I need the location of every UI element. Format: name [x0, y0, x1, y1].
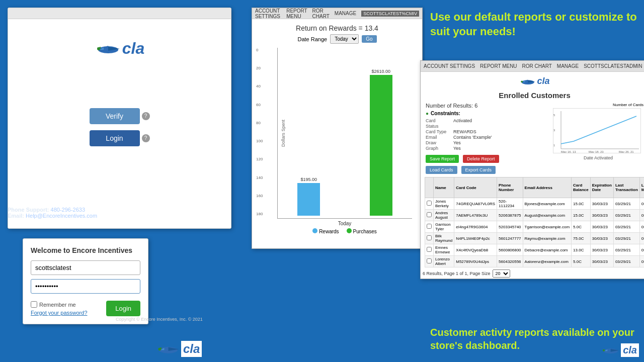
row-balance: 5.0C — [572, 256, 591, 267]
row-checkbox-cell[interactable] — [425, 198, 434, 210]
row-balance: 75.0C — [572, 233, 591, 244]
export-cards-button[interactable]: Export Cards — [461, 166, 496, 174]
table-row: Andres August 7AEMFL4789c3U 5206387875 A… — [425, 210, 645, 221]
row-last-mod: 05/20/21 — [639, 221, 644, 233]
row-email: August@example.com — [523, 210, 571, 221]
nav-user: SCOTTSCLATEST%CMIV — [361, 11, 419, 17]
svg-point-29 — [603, 349, 605, 351]
th-email: Email Address — [523, 177, 571, 198]
login-form-button[interactable]: Login — [106, 301, 140, 316]
row-name: Lorenzo Albert — [434, 256, 454, 267]
verify-help-icon[interactable]: ? — [142, 112, 150, 120]
results-count: Number of Results: 6 — [426, 103, 548, 109]
verify-row: Verify ? — [90, 108, 150, 124]
enrolled-nav-ror[interactable]: ROR CHART — [522, 63, 552, 69]
forgot-password-link[interactable]: Forgot your password? — [31, 310, 88, 316]
email-label: Email: — [8, 213, 24, 219]
delete-report-button[interactable]: Delete Report — [463, 155, 499, 163]
mini-chart-svg: May 16, 13 May 18, 23 May 26, 21 1 3 5 — [553, 109, 641, 153]
bar1-label: $195.00 — [300, 177, 317, 182]
date-range-label: Date Range — [297, 36, 327, 42]
login-help-icon[interactable]: ? — [142, 134, 150, 142]
bar-group-2: $2610.00 — [350, 48, 413, 216]
login-footer: Remember me Forgot your password? Login — [31, 301, 140, 316]
row-email: Debacre@example.com — [523, 244, 571, 256]
row-name: Bilk Raymund — [434, 233, 454, 244]
chart-y-axis: 180 160 140 120 100 80 60 40 20 0 — [256, 48, 276, 219]
date-range-select[interactable]: Today — [330, 34, 359, 44]
verify-button[interactable]: Verify — [90, 108, 140, 124]
nav-account-settings[interactable]: ACCOUNT SETTINGS — [255, 8, 281, 19]
row-last-mod: 05/20/21 — [639, 210, 644, 221]
th-phone: Phone Number — [497, 177, 523, 198]
table-footer: 6 Results, Page 1 of 1, Page Size 20 — [421, 267, 644, 279]
row-name: Emnes Ermewe — [434, 244, 454, 256]
nav-report-menu[interactable]: REPORT MENU — [286, 8, 307, 19]
row-checkbox-cell[interactable] — [425, 233, 434, 244]
titlebar-top — [8, 8, 231, 19]
svg-text:1: 1 — [553, 144, 555, 147]
bar-group-1: $195.00 — [278, 48, 340, 216]
login-buttons-area: Verify ? Login ? — [8, 108, 231, 146]
login-row: Login ? — [90, 130, 150, 146]
enrolled-nav-report[interactable]: REPORT MENU — [480, 63, 517, 69]
table-row: Lorenzo Albert M52789V0U4dJps 5604320556… — [425, 256, 645, 267]
table-row: Garrison Tyler eI4ng47R9G3604 5203345740… — [425, 221, 645, 233]
row-name: Andres August — [434, 210, 454, 221]
login-top-button[interactable]: Login — [90, 130, 140, 146]
row-phone: 5600806800 — [497, 244, 523, 256]
email-link[interactable]: Help@EncoreIncentives.com — [26, 213, 97, 219]
svg-text:May 18, 23: May 18, 23 — [589, 150, 604, 153]
row-checkbox-cell[interactable] — [425, 210, 434, 221]
row-code: eI4ng47R9G3604 — [454, 221, 497, 233]
row-email: Aalorenz@example.com — [523, 256, 571, 267]
row-checkbox-cell[interactable] — [425, 221, 434, 233]
username-input[interactable] — [31, 260, 140, 275]
constraints-list: CardActivated Status Card TypeREWARDS Em… — [426, 118, 548, 151]
password-input[interactable] — [31, 279, 140, 294]
row-phone: 520-1112234 — [497, 198, 523, 210]
go-button[interactable]: Go — [362, 35, 376, 43]
page-size-select[interactable]: 20 — [493, 269, 510, 278]
svg-text:5: 5 — [553, 114, 555, 117]
date-range-row: Date Range Today Go — [252, 34, 422, 44]
th-card-code: Card Code — [454, 177, 497, 198]
row-last-mod: 05/20/21 — [639, 233, 644, 244]
remember-checkbox[interactable] — [31, 301, 37, 308]
row-checkbox-cell[interactable] — [425, 256, 434, 267]
row-email: Bjones@example.com — [523, 198, 571, 210]
constraints-label: Constraints: — [431, 111, 460, 116]
row-name: Garrison Tyler — [434, 221, 454, 233]
number-of-cards-label: Number of Cards — [553, 103, 643, 107]
nav-ror-chart[interactable]: ROR CHART — [312, 8, 330, 19]
bar2-label: $2610.00 — [371, 69, 390, 74]
nav-manage[interactable]: MANAGE — [335, 11, 356, 16]
row-code: X4c4f0VQyeaDb8 — [454, 244, 497, 256]
row-exp: 30/03/23 — [590, 233, 613, 244]
row-last-trans: 03/29/21 — [613, 221, 639, 233]
enrolled-logo-text: cla — [537, 76, 549, 87]
th-last-mod: Last Modified — [639, 177, 644, 198]
row-name: Jones Berkely — [434, 198, 454, 210]
row-checkbox-cell[interactable] — [425, 244, 434, 256]
row-email: Raymu@example.com — [523, 233, 571, 244]
row-code: 7AEMFL4789c3U — [454, 210, 497, 221]
chart-title: Return on Rewards = 13.4 — [252, 19, 422, 34]
enrolled-left: Number of Results: 6 ● Constraints: Card… — [426, 103, 548, 174]
load-cards-button[interactable]: Load Cards — [426, 166, 457, 174]
row-code: 74GREQUA87VL0RS — [454, 198, 497, 210]
bottom-logo-text: cla — [181, 341, 202, 357]
enrolled-nav-manage[interactable]: MANAGE — [557, 63, 579, 69]
mini-chart: May 16, 13 May 18, 23 May 26, 21 1 3 5 — [553, 108, 641, 153]
th-select — [425, 177, 434, 198]
phone-label: Phone Support: — [8, 207, 49, 213]
row-phone: 5601247777 — [497, 233, 523, 244]
phone-link[interactable]: 480-296-2633 — [51, 207, 86, 213]
enrolled-plane-icon — [519, 76, 537, 87]
customer-table-wrapper: Name Card Code Phone Number Email Addres… — [421, 174, 644, 267]
row-phone: 5206387875 — [497, 210, 523, 221]
enrolled-nav-account[interactable]: ACCOUNT SETTINGS — [424, 63, 475, 69]
remember-label: Remember me — [31, 301, 76, 308]
top-right-text: Use our default reports or customize to … — [430, 10, 639, 39]
save-report-button[interactable]: Save Report — [426, 155, 459, 163]
